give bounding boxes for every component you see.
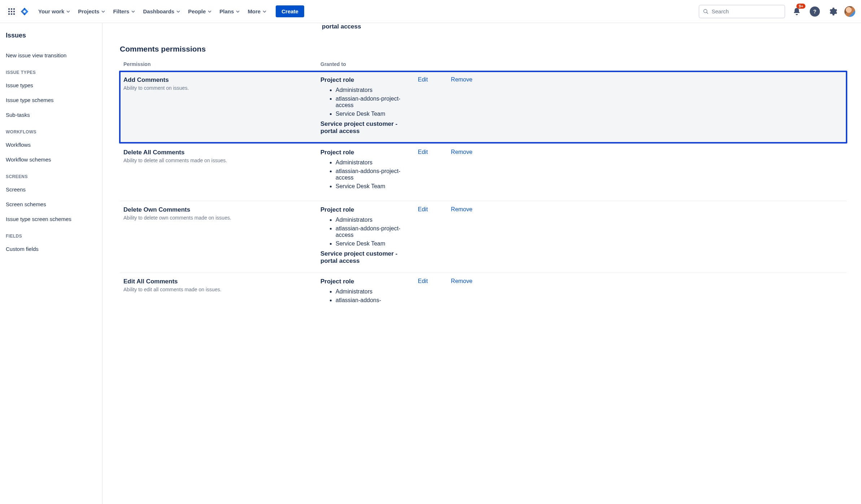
grant-role-item: atlassian-addons-project-access [336,167,411,182]
svg-rect-1 [11,8,12,10]
help-icon: ? [810,6,820,17]
grant-role-list: Administratorsatlassian-addons- [320,287,411,305]
chevron-down-icon [66,8,70,14]
chevron-down-icon [236,8,240,14]
remove-link[interactable]: Remove [451,76,473,83]
chevron-down-icon [263,8,266,14]
permission-name: Edit All Comments [123,278,320,285]
sidebar-item-issue-types[interactable]: Issue types [0,78,102,93]
edit-link[interactable]: Edit [418,206,428,213]
sidebar-group-fields: FIELDS [0,226,102,242]
grant-project-role: Project role [320,76,411,84]
notification-badge: 9+ [796,4,805,9]
top-nav: Your workProjectsFiltersDashboardsPeople… [0,0,861,23]
grant-role-item: Administrators [336,158,411,167]
col-header-granted: Granted to [320,61,411,67]
permissions-table: Permission Granted to Add CommentsAbilit… [120,58,847,315]
sidebar-item-issue-type-screen-schemes[interactable]: Issue type screen schemes [0,212,102,226]
nav-item-more[interactable]: More [244,6,270,17]
main-content: portal access Comments permissions Permi… [102,23,861,504]
nav-item-label: Plans [219,8,234,14]
sidebar: Issues New issue view transition ISSUE T… [0,23,102,504]
remove-link[interactable]: Remove [451,149,473,155]
nav-item-plans[interactable]: Plans [216,6,243,17]
grant-project-role: Project role [320,206,411,213]
nav-item-filters[interactable]: Filters [109,6,139,17]
search-icon [703,8,709,15]
sidebar-title: Issues [0,32,102,48]
grant-role-item: Service Desk Team [336,110,411,118]
permission-desc: Ability to comment on issues. [123,85,320,91]
sidebar-group-workflows: WORKFLOWS [0,122,102,137]
notifications-button[interactable]: 9+ [790,5,803,18]
col-header-permission: Permission [123,61,320,67]
grant-role-item: Administrators [336,287,411,296]
permission-name: Delete Own Comments [123,206,320,213]
grant-role-item: atlassian-addons-project-access [336,94,411,110]
nav-item-label: Your work [38,8,64,14]
svg-rect-8 [13,13,15,15]
sidebar-item-workflows[interactable]: Workflows [0,137,102,152]
help-button[interactable]: ? [808,5,821,18]
svg-rect-0 [8,8,10,10]
svg-rect-2 [13,8,15,10]
chevron-down-icon [176,8,180,14]
sidebar-group-screens: SCREENS [0,167,102,182]
remove-link[interactable]: Remove [451,206,473,213]
app-switcher-icon[interactable] [6,6,17,17]
nav-item-label: Dashboards [143,8,174,14]
grant-role-item: Administrators [336,86,411,94]
permission-row: Delete Own CommentsAbility to delete own… [120,201,847,273]
grant-role-item: atlassian-addons- [336,296,411,305]
svg-rect-4 [11,11,12,12]
permission-row: Edit All CommentsAbility to edit all com… [120,273,847,315]
permission-desc: Ability to delete own comments made on i… [123,215,320,221]
grant-role-list: Administratorsatlassian-addons-project-a… [320,158,411,191]
grant-project-role: Project role [320,278,411,285]
grant-role-item: atlassian-addons-project-access [336,224,411,239]
permission-desc: Ability to edit all comments made on iss… [123,287,320,292]
sidebar-item-workflow-schemes[interactable]: Workflow schemes [0,152,102,167]
nav-item-your-work[interactable]: Your work [35,6,74,17]
chevron-down-icon [131,8,135,14]
grant-role-item: Service Desk Team [336,182,411,191]
grant-extra: Service project customer - portal access [320,250,411,265]
nav-item-projects[interactable]: Projects [74,6,109,17]
edit-link[interactable]: Edit [418,278,428,284]
sidebar-item-screen-schemes[interactable]: Screen schemes [0,197,102,212]
permission-row: Delete All CommentsAbility to delete all… [120,143,847,201]
nav-item-people[interactable]: People [184,6,215,17]
grant-role-list: Administratorsatlassian-addons-project-a… [320,86,411,118]
grant-extra: Service project customer - portal access [320,120,411,135]
grant-role-list: Administratorsatlassian-addons-project-a… [320,216,411,248]
nav-item-label: Filters [113,8,129,14]
grant-role-item: Administrators [336,216,411,224]
sidebar-item-sub-tasks[interactable]: Sub-tasks [0,107,102,122]
chevron-down-icon [101,8,105,14]
sidebar-item-screens[interactable]: Screens [0,182,102,197]
create-button[interactable]: Create [276,5,304,17]
edit-link[interactable]: Edit [418,149,428,155]
permission-desc: Ability to delete all comments made on i… [123,158,320,163]
settings-button[interactable] [826,5,839,18]
svg-point-9 [704,9,707,13]
section-title: Comments permissions [120,45,847,53]
jira-logo-icon[interactable] [19,6,30,17]
nav-item-label: More [248,8,261,14]
avatar[interactable] [844,6,855,17]
svg-rect-3 [8,11,10,12]
sidebar-item-custom-fields[interactable]: Custom fields [0,242,102,256]
permission-name: Delete All Comments [123,149,320,156]
sidebar-group-issue-types: ISSUE TYPES [0,63,102,78]
chevron-down-icon [208,8,211,14]
search-box[interactable] [699,5,785,18]
remove-link[interactable]: Remove [451,278,473,284]
sidebar-item-issue-type-schemes[interactable]: Issue type schemes [0,93,102,107]
nav-item-dashboards[interactable]: Dashboards [139,6,184,17]
nav-item-label: People [188,8,206,14]
sidebar-item-new-issue-view[interactable]: New issue view transition [0,48,102,63]
svg-rect-5 [13,11,15,12]
permission-row: Add CommentsAbility to comment on issues… [119,71,847,143]
edit-link[interactable]: Edit [418,76,428,83]
search-input[interactable] [712,8,781,14]
